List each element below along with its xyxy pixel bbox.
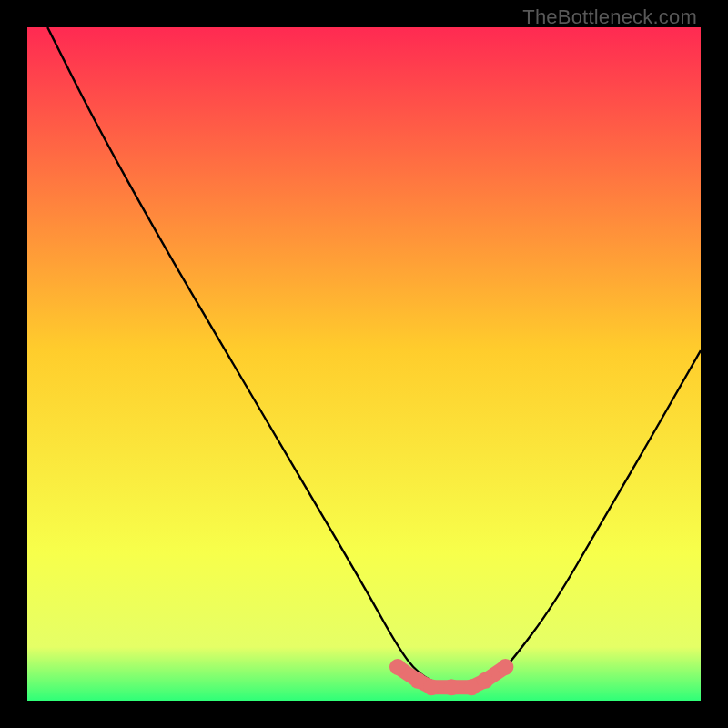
flat-region-dot — [423, 679, 440, 695]
flat-region-dot — [477, 672, 493, 689]
flat-region-dots — [389, 659, 513, 695]
curve-line — [47, 27, 701, 687]
flat-region-dot — [389, 659, 406, 675]
flat-region-dot — [497, 659, 513, 675]
flat-region-dot — [443, 679, 460, 695]
bottleneck-curve — [27, 27, 701, 701]
plot-area — [27, 27, 701, 701]
chart-container: TheBottleneck.com — [0, 0, 728, 728]
watermark-text: TheBottleneck.com — [522, 5, 697, 29]
